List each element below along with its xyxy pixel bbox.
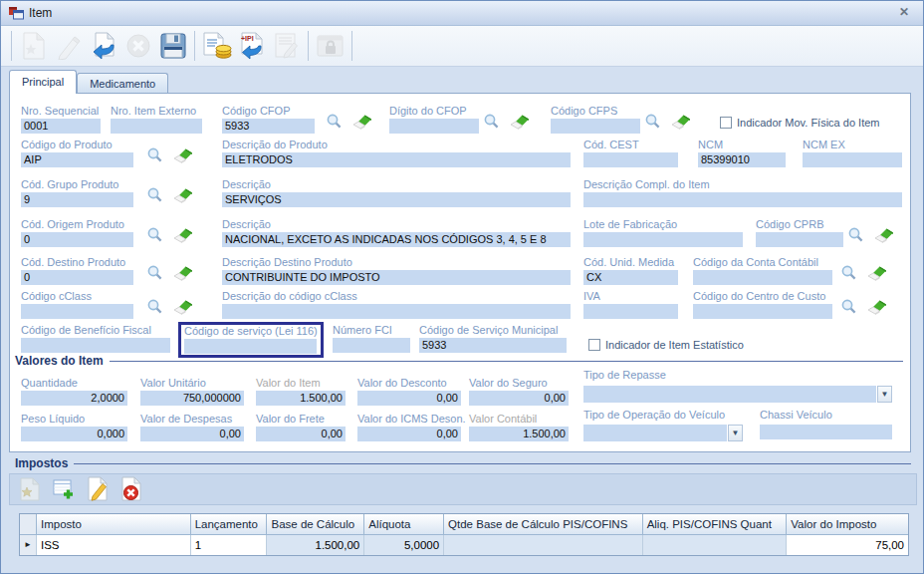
valor-unitario-input[interactable]: 750,000000 (140, 391, 244, 406)
cod-destino-produto-input[interactable]: 0 (21, 270, 133, 285)
checkbox-box[interactable] (720, 117, 732, 129)
eraser-icon[interactable] (866, 298, 887, 319)
cell-imposto[interactable]: ISS (37, 535, 191, 555)
descricao-origem-input[interactable]: NACIONAL, EXCETO AS INDICADAS NOS CÓDIGO… (222, 232, 571, 247)
codigo-cfps-input[interactable] (551, 119, 640, 134)
codigo-cfop-input[interactable]: 5933 (222, 119, 315, 134)
eraser-icon[interactable] (172, 226, 193, 247)
descricao-compl-item-input[interactable] (583, 192, 902, 207)
search-icon[interactable] (146, 186, 163, 207)
cell-aliq-pis-cofins-quant[interactable] (643, 535, 788, 555)
search-icon[interactable] (326, 113, 343, 134)
cell-qtde-base-pis-cofins[interactable] (444, 535, 643, 555)
eraser-icon[interactable] (509, 113, 530, 134)
numero-fci-input[interactable] (333, 338, 410, 353)
lote-fabricacao-input[interactable] (583, 232, 743, 247)
eraser-icon[interactable] (172, 264, 193, 285)
cell-lancamento[interactable]: 1 (191, 535, 268, 555)
eraser-icon[interactable] (172, 146, 193, 167)
tipo-operacao-veiculo-combo[interactable]: ▼ (583, 425, 743, 441)
cod-unid-medida-input[interactable]: CX (583, 270, 678, 285)
coins-report-button[interactable] (199, 29, 234, 64)
confirm-arrow-button[interactable] (86, 29, 120, 64)
search-icon[interactable] (146, 264, 163, 285)
tipo-operacao-veiculo-value[interactable] (583, 425, 727, 441)
valor-seguro-input[interactable]: 0,00 (469, 391, 569, 406)
save-button[interactable] (155, 29, 190, 64)
tax-delete-button[interactable] (117, 476, 144, 503)
eraser-icon[interactable] (351, 113, 372, 134)
descricao-destino-input[interactable]: CONTRIBUINTE DO IMPOSTO (222, 270, 571, 285)
valor-desconto-input[interactable]: 0,00 (357, 391, 461, 406)
chevron-down-icon[interactable]: ▼ (728, 425, 743, 441)
col-aliq-pis-cofins-quant[interactable]: Aliq. PIS/COFINS Quant (643, 514, 788, 535)
row-selector-arrow[interactable]: ► (20, 535, 37, 555)
checkbox-indicador-item-estatistico[interactable]: Indicador de Item Estatístico (588, 339, 744, 351)
search-icon[interactable] (146, 226, 163, 247)
nro-item-externo-input[interactable] (111, 119, 202, 134)
col-valor-imposto[interactable]: Valor do Imposto (787, 514, 908, 535)
checkbox-box[interactable] (588, 339, 600, 351)
valor-despesas-input[interactable]: 0,00 (140, 427, 244, 441)
tipo-repasse-value[interactable] (583, 386, 876, 403)
search-icon[interactable] (847, 226, 864, 247)
tab-principal[interactable]: Principal (9, 70, 77, 94)
cod-cest-input[interactable] (583, 152, 678, 167)
close-button[interactable]: ✕ (895, 4, 913, 20)
field-codigo-cclass: Código cClass (21, 290, 133, 319)
cod-grupo-produto-input[interactable]: 9 (21, 192, 133, 207)
field-codigo-conta-contabil: Código da Conta Contábil (693, 256, 832, 285)
search-icon[interactable] (146, 298, 163, 319)
ncm-input[interactable]: 85399010 (698, 152, 786, 167)
peso-liquido-input[interactable]: 0,000 (21, 427, 127, 441)
search-icon[interactable] (483, 113, 500, 134)
eraser-icon[interactable] (172, 186, 193, 207)
search-icon[interactable] (840, 264, 857, 285)
valor-frete-input[interactable]: 0,00 (256, 427, 346, 441)
digito-cfop-input[interactable] (389, 119, 479, 134)
eraser-icon[interactable] (873, 226, 894, 247)
cell-base-calculo[interactable]: 1.500,00 (267, 535, 364, 555)
col-lancamento[interactable]: Lançamento (191, 514, 268, 535)
codigo-produto-input[interactable]: AIP (21, 152, 133, 167)
ncm-ex-input[interactable] (803, 152, 902, 167)
table-row[interactable]: ► ISS 1 1.500,00 5,0000 75,00 (20, 535, 908, 555)
search-icon[interactable] (840, 298, 857, 319)
iva-input[interactable] (583, 304, 678, 319)
codigo-cclass-input[interactable] (21, 304, 133, 319)
codigo-centro-custo-input[interactable] (693, 304, 832, 319)
descricao-produto-input[interactable]: ELETRODOS (222, 152, 571, 167)
field-numero-fci: Número FCI (333, 324, 410, 353)
eraser-icon[interactable] (866, 264, 887, 285)
codigo-servico-lei116-input[interactable] (184, 339, 317, 354)
descricao-cclass-input[interactable] (222, 304, 571, 319)
search-icon[interactable] (146, 146, 163, 167)
tipo-repasse-combo[interactable]: ▼ (583, 386, 892, 403)
col-imposto[interactable]: Imposto (37, 514, 191, 535)
codigo-conta-contabil-input[interactable] (693, 270, 832, 285)
nro-sequencial-input[interactable]: 0001 (21, 119, 101, 134)
eraser-icon[interactable] (670, 113, 691, 134)
ipi-recalc-button[interactable]: +IPI (234, 29, 269, 64)
descricao-grupo-input[interactable]: SERVIÇOS (222, 192, 571, 207)
codigo-cprb-input[interactable] (756, 232, 843, 247)
quantidade-input[interactable]: 2,0000 (21, 391, 127, 406)
tab-medicamento[interactable]: Medicamento (77, 73, 168, 94)
cod-origem-produto-label: Cód. Origem Produto (21, 218, 133, 231)
valor-icms-deson-input[interactable]: 0,00 (357, 427, 461, 441)
col-qtde-base-pis-cofins[interactable]: Qtde Base de Cálculo PIS/COFINS (444, 514, 643, 535)
tax-add-button[interactable] (50, 476, 77, 503)
codigo-beneficio-fiscal-input[interactable] (21, 338, 170, 353)
eraser-icon[interactable] (172, 298, 193, 319)
cod-origem-produto-input[interactable]: 0 (21, 232, 133, 247)
cell-aliquota[interactable]: 5,0000 (364, 535, 444, 555)
tax-edit-button[interactable] (84, 476, 111, 503)
codigo-servico-municipal-input[interactable]: 5933 (419, 338, 567, 353)
cell-valor-imposto[interactable]: 75,00 (787, 535, 908, 555)
col-aliquota[interactable]: Alíquota (364, 514, 444, 535)
col-base-calculo[interactable]: Base de Cálculo (267, 514, 364, 535)
chevron-down-icon[interactable]: ▼ (877, 386, 892, 403)
chassi-veiculo-input[interactable] (760, 425, 892, 439)
checkbox-indicador-mov-fisica[interactable]: Indicador Mov. Física do Item (720, 117, 879, 129)
search-icon[interactable] (644, 113, 661, 134)
